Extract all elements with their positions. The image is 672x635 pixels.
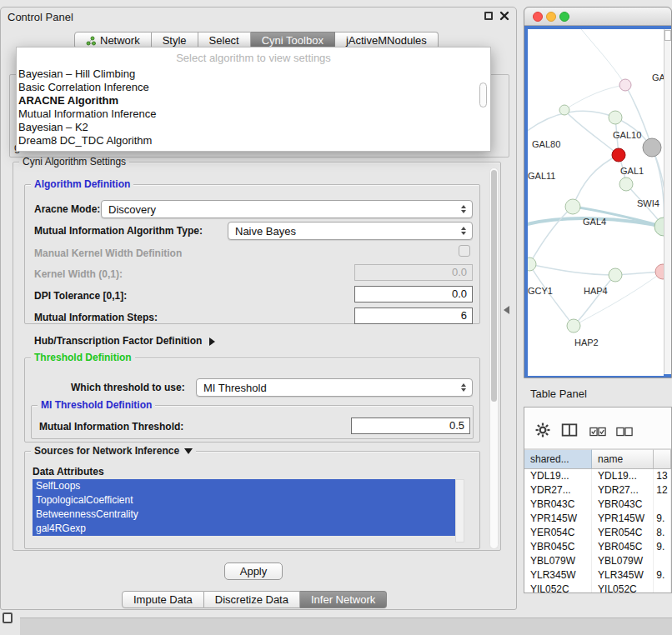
network-node[interactable] [612,148,625,162]
mi-type-value: Naive Bayes [235,225,461,238]
table-cell: YIL052C [592,582,654,593]
network-window-titlebar [524,8,671,26]
network-edge[interactable] [574,275,615,326]
network-edge[interactable] [578,29,625,85]
table-row[interactable]: YBR045CYBR045C9. [524,540,671,554]
network-node-label: GCY1 [528,286,553,296]
attribute-list-item[interactable]: gal4RGexp [33,522,455,536]
network-edge[interactable] [564,85,625,110]
gear-icon[interactable] [534,422,551,438]
network-node[interactable] [528,258,536,271]
algorithm-option[interactable]: Basic Correlation Inference [17,81,490,94]
network-node-label: GAL10 [613,130,641,140]
network-edge[interactable] [529,207,573,264]
network-node[interactable] [565,199,580,214]
mi-threshold-field[interactable]: 0.5 [351,418,470,434]
which-threshold-combo[interactable]: MI Threshold [196,378,473,397]
float-window-icon[interactable] [484,12,493,20]
table-cell: 9. [654,512,671,526]
network-node[interactable] [619,79,631,91]
table-header-row: shared... name [524,449,671,469]
network-canvas[interactable]: GALGAL80GAL10GAL11GAL1SWI4GAL4GCY1HAP4HA… [528,29,664,376]
cyni-bottom-tabbar: Impute Data Discretize Data Infer Networ… [122,591,387,608]
kernel-width-label: Kernel Width (0,1): [34,268,123,281]
table-row[interactable]: YLR345WYLR345W9. [524,568,671,582]
aracne-mode-combo[interactable]: Discovery [101,200,473,218]
tab-discretize-data[interactable]: Discretize Data [204,591,300,608]
algorithm-option[interactable]: Mutual Information Inference [17,108,490,121]
network-node[interactable] [654,218,664,236]
column-header-partial[interactable] [654,449,671,468]
tab-infer-network[interactable]: Infer Network [300,591,387,608]
split-pane-collapse-icon[interactable] [504,306,509,314]
table-row[interactable]: YBR043CYBR043C [524,498,671,512]
network-node[interactable] [643,138,661,157]
algorithm-option[interactable]: ARACNE Algorithm [17,94,490,108]
network-node[interactable] [567,319,580,332]
mi-threshold-label: Mutual Information Threshold: [39,420,183,433]
minimize-traffic-light-icon[interactable] [546,12,556,22]
network-edge[interactable] [529,264,615,275]
algorithm-popup-list: Bayesian – Hill ClimbingBasic Correlatio… [17,68,490,148]
attributes-list-scrollbar[interactable] [455,479,464,542]
table-row[interactable]: YPR145WYPR145W9. [524,512,671,526]
apply-button[interactable]: Apply [224,562,283,580]
algorithm-option[interactable]: Bayesian – Hill Climbing [17,68,490,81]
zoom-traffic-light-icon[interactable] [559,12,569,22]
settings-scrollbar[interactable] [489,168,499,549]
hub-section-label: Hub/Transcription Factor Definition [34,335,202,347]
which-threshold-value: MI Threshold [203,382,461,394]
popup-scrollbar-thumb[interactable] [479,82,487,108]
mi-type-combo[interactable]: Naive Bayes [228,222,473,240]
cyni-settings-title: Cyni Algorithm Settings [19,156,129,168]
attribute-list-item[interactable]: SelfLoops [33,479,455,493]
table-row[interactable]: YDL19...YDL19...13 [524,469,671,483]
network-node-label: GAL4 [583,217,606,227]
kernel-width-field[interactable]: 0.0 [354,264,473,281]
sources-title-label: Sources for Network Inference [34,445,179,457]
column-header-name[interactable]: name [592,449,654,468]
dpi-tolerance-field[interactable]: 0.0 [354,286,473,302]
manual-kernel-checkbox[interactable] [459,245,470,257]
hub-section-toggle[interactable]: Hub/Transcription Factor Definition [34,334,215,348]
network-view-window: GALGAL80GAL10GAL11GAL1SWI4GAL4GCY1HAP4HA… [524,7,672,378]
table-row[interactable]: YBL079WYBL079W [524,554,671,568]
select-all-icon[interactable] [589,424,606,439]
deselect-all-icon[interactable] [616,424,633,439]
network-scrollbar-button[interactable] [664,30,671,41]
table-row[interactable]: YIL052CYIL052C [524,582,671,593]
network-edge[interactable] [528,111,615,136]
table-cell: 9. [654,540,671,554]
combo-arrows-icon [461,227,466,235]
table-cell: YBL079W [524,554,592,568]
sources-group-title[interactable]: Sources for Network Inference [31,445,196,457]
close-traffic-light-icon[interactable] [533,12,543,22]
algorithm-option[interactable]: Bayesian – K2 [17,121,490,134]
table-cell: YBR043C [524,498,592,512]
network-node[interactable] [655,264,664,279]
tab-impute-data[interactable]: Impute Data [122,591,204,608]
table-row[interactable]: YER054CYER054C8. [524,526,671,540]
settings-scrollbar-thumb[interactable] [491,170,497,402]
network-node[interactable] [559,105,569,115]
close-icon[interactable] [499,11,509,21]
network-node[interactable] [609,268,622,282]
panel-restore-icon[interactable] [3,612,13,623]
network-node[interactable] [609,111,622,124]
algorithm-option[interactable]: Dream8 DC_TDC Algorithm [17,134,490,148]
network-scrollbar[interactable] [664,29,671,374]
table-row[interactable]: YDR27...YDR27...12 [524,483,671,498]
attribute-list-item[interactable]: BetweennessCentrality [33,508,455,522]
mi-steps-field[interactable]: 6 [354,308,473,324]
network-node-label: SWI4 [637,198,659,208]
attribute-list-item[interactable]: TopologicalCoefficient [33,493,455,508]
network-node-label: GAL [652,72,664,82]
table-cell: YBR045C [592,540,654,554]
select-columns-icon[interactable] [561,422,578,438]
network-node-label: GAL80 [532,139,560,149]
mi-type-label: Mutual Information Algorithm Type: [34,224,203,238]
network-node[interactable] [619,178,633,191]
column-header-shared-name[interactable]: shared... [524,449,592,468]
network-node-label: HAP4 [584,286,608,296]
network-edge[interactable] [573,155,619,207]
